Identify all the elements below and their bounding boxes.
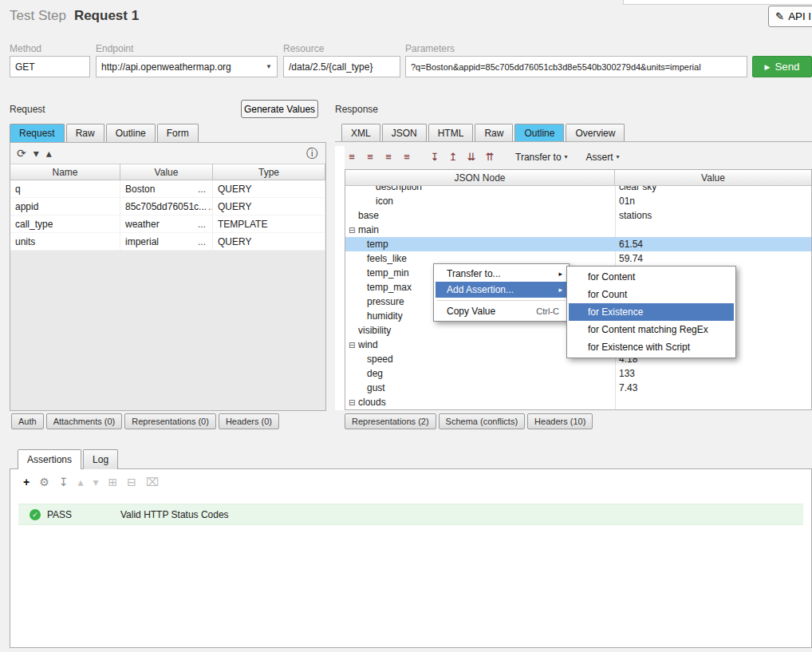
send-button[interactable]: ▶ Send: [752, 56, 812, 77]
ellipsis-button[interactable]: ...: [196, 219, 207, 230]
submenu-item-for-count[interactable]: for Count: [569, 286, 734, 303]
tree-row[interactable]: temp61.54: [345, 237, 811, 251]
tree-row[interactable]: descriptionclear sky: [345, 186, 811, 194]
request-bottom-tab-attachments-0[interactable]: Attachments (0): [46, 413, 123, 429]
param-column-type[interactable]: Type: [213, 164, 325, 180]
request-bottom-tab-representations-0[interactable]: Representations (0): [124, 413, 216, 429]
submenu-item-for-content-matching-regex[interactable]: for Content matching RegEx: [569, 321, 734, 338]
api-button[interactable]: ✎ API I: [768, 6, 812, 27]
response-tab-xml[interactable]: XML: [341, 124, 380, 142]
jump-to-bottom-icon[interactable]: ↧: [428, 152, 442, 162]
align-justify-icon[interactable]: ≡: [400, 152, 414, 162]
tree-node-value: stations: [619, 208, 652, 223]
request-bottom-tab-headers-0[interactable]: Headers (0): [219, 413, 279, 429]
response-bottom-tab-schema-conflicts[interactable]: Schema (conflicts): [439, 413, 525, 429]
menu-item-transfer-to[interactable]: Transfer to...▸: [436, 266, 567, 282]
transfer-to-dropdown[interactable]: Transfer to ▾: [515, 152, 568, 163]
chevron-down-icon[interactable]: ▼: [266, 63, 272, 70]
gear-icon[interactable]: ⚙: [39, 476, 49, 488]
endpoint-combobox[interactable]: http://api.openweathermap.org ▼: [96, 56, 278, 77]
tree-collapse-icon[interactable]: ⊟: [349, 341, 358, 350]
assertions-toolbar: +⚙↧▴▾⊞⊟⌧: [10, 469, 811, 492]
submenu-item-for-content[interactable]: for Content: [569, 268, 734, 286]
chevron-up-icon[interactable]: ▴: [46, 148, 52, 159]
param-column-name[interactable]: Name: [10, 164, 120, 180]
tree-column-json-node[interactable]: JSON Node: [345, 170, 615, 186]
bottom-tab-log[interactable]: Log: [83, 449, 118, 469]
tree-node-label: temp: [367, 239, 388, 250]
assertion-row[interactable]: ✓ PASS Valid HTTP Status Codes: [18, 504, 803, 525]
param-type: QUERY: [213, 233, 325, 251]
resource-field[interactable]: /data/2.5/{call_type}: [283, 56, 400, 77]
move-down-icon[interactable]: ▾: [93, 476, 99, 488]
request-panel-title: Request: [10, 104, 45, 115]
tree-row[interactable]: deg133: [345, 366, 811, 381]
tree-row[interactable]: feels_like59.74: [345, 251, 811, 266]
refresh-icon[interactable]: ⟳: [17, 148, 26, 159]
submenu-item-for-existence[interactable]: for Existence: [569, 303, 734, 321]
response-bottom-tab-representations-2[interactable]: Representations (2): [345, 413, 436, 429]
param-row[interactable]: unitsimperial...QUERY: [10, 233, 325, 251]
ellipsis-button[interactable]: ...: [196, 184, 207, 195]
align-left-icon[interactable]: ≡: [345, 152, 359, 162]
submenu-arrow-icon: ▸: [558, 270, 562, 278]
param-table-rows: qBoston...QUERYappid85c705dd76051c......…: [10, 180, 325, 251]
tree-node-label: deg: [367, 368, 383, 379]
folder-icon[interactable]: ⊟: [127, 476, 136, 488]
tree-row[interactable]: ⊟clouds: [345, 395, 811, 409]
tree-collapse-icon[interactable]: ⊟: [349, 398, 358, 407]
delete-icon[interactable]: ⌧: [146, 476, 159, 488]
response-tab-json[interactable]: JSON: [382, 124, 427, 142]
request-tab-raw[interactable]: Raw: [66, 124, 104, 142]
tree-collapse-icon[interactable]: ⊟: [349, 226, 358, 235]
param-column-value[interactable]: Value: [120, 164, 213, 180]
tree-node-label: description: [376, 186, 422, 192]
info-icon[interactable]: ⓘ: [306, 148, 317, 159]
request-bottom-tab-auth[interactable]: Auth: [11, 413, 44, 429]
jump-to-top-icon[interactable]: ↥: [446, 152, 460, 162]
scroll-up-icon[interactable]: ⇈: [483, 152, 497, 162]
request-tab-form[interactable]: Form: [157, 124, 199, 142]
response-tab-html[interactable]: HTML: [428, 124, 474, 142]
request-tab-request[interactable]: Request: [10, 124, 65, 142]
param-row[interactable]: appid85c705dd76051c......QUERY: [10, 198, 325, 215]
param-type: QUERY: [213, 180, 325, 198]
response-bottom-tabs: Representations (2)Schema (conflicts)Hea…: [345, 413, 595, 429]
menu-item-add-assertion[interactable]: Add Assertion...▸: [436, 282, 567, 298]
response-tab-raw[interactable]: Raw: [475, 124, 513, 142]
import-icon[interactable]: ↧: [59, 476, 69, 488]
assertions-panel: +⚙↧▴▾⊞⊟⌧ ✓ PASS Valid HTTP Status Codes: [10, 468, 812, 648]
generate-values-button[interactable]: Generate Values: [241, 100, 318, 118]
parameters-input[interactable]: ?q=Boston&appid=85c705dd76051cb3d8e5540b…: [405, 56, 747, 77]
align-right-icon[interactable]: ≡: [381, 152, 396, 162]
response-tab-overview[interactable]: Overview: [566, 124, 625, 142]
param-row[interactable]: qBoston...QUERY: [10, 180, 325, 198]
tree-row[interactable]: basestations: [345, 208, 811, 223]
scroll-down-icon[interactable]: ⇊: [464, 152, 479, 162]
test-step-window: Test StepRequest 1 ✎ API I Method Endpoi…: [0, 0, 812, 652]
tree-row[interactable]: gust7.43: [345, 381, 811, 395]
tree-row[interactable]: ⊟main: [345, 223, 811, 237]
assert-dropdown[interactable]: Assert ▾: [586, 152, 620, 163]
move-up-icon[interactable]: ▴: [77, 476, 83, 488]
add-assertion-icon[interactable]: +: [23, 476, 30, 488]
method-field[interactable]: GET: [10, 56, 90, 77]
ellipsis-button[interactable]: ...: [196, 236, 207, 247]
add-folder-icon[interactable]: ⊞: [108, 476, 118, 488]
tree-column-value[interactable]: Value: [615, 170, 811, 186]
tree-header: JSON Node Value: [345, 170, 811, 186]
bottom-tab-assertions[interactable]: Assertions: [18, 449, 81, 469]
align-center-icon[interactable]: ≡: [363, 152, 377, 162]
response-tab-outline[interactable]: Outline: [514, 124, 564, 142]
submenu-item-label: for Content: [588, 271, 635, 283]
param-row[interactable]: call_typeweather...TEMPLATE: [10, 215, 325, 233]
chevron-down-icon: ▾: [565, 153, 568, 160]
submenu-item-for-existence-with-script[interactable]: for Existence with Script: [569, 338, 734, 356]
tree-row[interactable]: icon01n: [345, 194, 811, 208]
ellipsis-button[interactable]: ...: [207, 201, 213, 212]
response-bottom-tab-headers-10[interactable]: Headers (10): [527, 413, 593, 429]
request-tab-outline[interactable]: Outline: [106, 124, 156, 142]
bottom-tab-strip: AssertionsLog: [18, 449, 120, 469]
menu-item-copy-value[interactable]: Copy ValueCtrl-C: [436, 303, 567, 319]
chevron-down-icon[interactable]: ▾: [34, 148, 39, 159]
